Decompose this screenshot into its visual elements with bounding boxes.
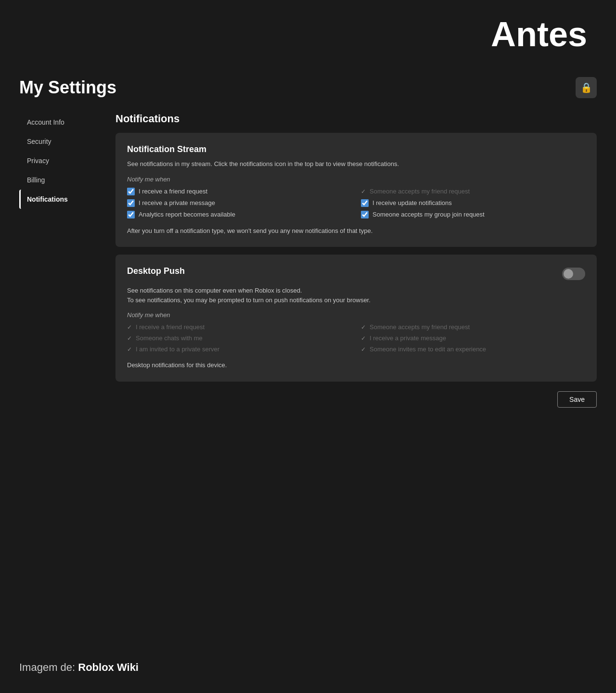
desktop-checkbox-private-server: ✓ I am invited to a private server — [127, 346, 351, 353]
desktop-push-card: Desktop Push See notifications on this c… — [116, 255, 597, 382]
notify-me-label-desktop: Notify me when — [127, 311, 585, 319]
desktop-checkbox-edit-experience: ✓ Someone invites me to edit an experien… — [361, 346, 585, 353]
settings-sidebar: Account Info Security Privacy Billing No… — [19, 113, 106, 408]
desktop-checkbox-chats: ✓ Someone chats with me — [127, 334, 351, 342]
sidebar-item-notifications[interactable]: Notifications — [19, 190, 106, 209]
bottom-credit: Imagem de: Roblox Wiki — [19, 661, 139, 674]
sidebar-item-billing[interactable]: Billing — [19, 170, 106, 190]
desktop-push-checkboxes: ✓ I receive a friend request ✓ Someone a… — [127, 323, 585, 353]
check-icon: ✓ — [361, 324, 366, 331]
notification-stream-card: Notification Stream See notifications in… — [116, 133, 597, 247]
antes-watermark: Antes — [491, 14, 587, 54]
desktop-push-title: Desktop Push — [127, 266, 185, 276]
save-row: Save — [116, 391, 597, 408]
desktop-push-toggle[interactable] — [562, 268, 585, 280]
checkbox-accepts-friend-request[interactable]: ✓ Someone accepts my friend request — [361, 188, 585, 195]
sidebar-item-security[interactable]: Security — [19, 132, 106, 151]
checkbox-group-join-request[interactable]: Someone accepts my group join request — [361, 211, 585, 218]
notification-stream-checkboxes: I receive a friend request ✓ Someone acc… — [127, 188, 585, 218]
desktop-checkbox-private-message: ✓ I receive a private message — [361, 334, 585, 342]
notification-stream-desc: See notifications in my stream. Click th… — [127, 159, 585, 169]
sidebar-item-account-info[interactable]: Account Info — [19, 113, 106, 132]
save-button[interactable]: Save — [557, 391, 597, 408]
notify-me-label-stream: Notify me when — [127, 176, 585, 183]
section-title: Notifications — [116, 113, 597, 125]
lock-icon: 🔒 — [580, 82, 592, 93]
desktop-checkbox-friend-request: ✓ I receive a friend request — [127, 323, 351, 331]
desktop-checkbox-accepts-friend: ✓ Someone accepts my friend request — [361, 323, 585, 331]
lock-button[interactable]: 🔒 — [576, 77, 597, 98]
check-icon: ✓ — [127, 324, 132, 331]
desktop-push-desc: See notifications on this computer even … — [127, 286, 585, 305]
page-title: My Settings — [19, 77, 116, 98]
checkbox-analytics-report[interactable]: Analytics report becomes available — [127, 211, 351, 218]
check-icon: ✓ — [361, 346, 366, 353]
toggle-slider — [562, 268, 585, 280]
check-icon: ✓ — [361, 335, 366, 342]
checkbox-private-message[interactable]: I receive a private message — [127, 199, 351, 207]
desktop-push-footer: Desktop notifications for this device. — [127, 360, 585, 370]
notification-stream-title: Notification Stream — [127, 144, 585, 154]
notification-stream-footer: After you turn off a notification type, … — [127, 226, 585, 236]
sidebar-item-privacy[interactable]: Privacy — [19, 151, 106, 170]
checkbox-friend-request[interactable]: I receive a friend request — [127, 188, 351, 195]
check-icon: ✓ — [127, 346, 132, 353]
content-area: Notifications Notification Stream See no… — [106, 113, 597, 408]
check-icon: ✓ — [361, 188, 366, 195]
check-icon: ✓ — [127, 335, 132, 342]
checkbox-update-notifications[interactable]: I receive update notifications — [361, 199, 585, 207]
